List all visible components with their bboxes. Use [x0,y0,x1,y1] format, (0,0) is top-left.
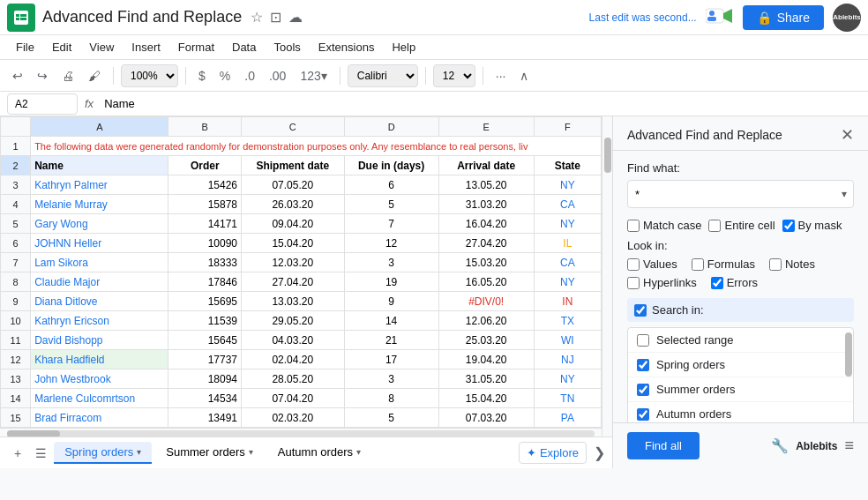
errors-checkbox[interactable]: Errors [711,276,758,289]
cell-state[interactable]: NJ [534,350,601,369]
cell-state[interactable]: IN [534,292,601,311]
tab-autumn-orders-arrow[interactable]: ▾ [356,447,361,457]
find-what-input[interactable] [627,180,854,208]
cell-due[interactable]: 9 [344,292,438,311]
row-num[interactable]: 1 [1,137,31,156]
more-button[interactable]: ··· [490,65,512,86]
spring-orders-checkbox[interactable] [637,359,649,371]
row-num[interactable]: 8 [1,272,31,292]
cell-due[interactable]: 12 [344,234,438,253]
row-num[interactable]: 14 [1,389,31,408]
header-shipment[interactable]: Shipment date [242,156,344,175]
redo-button[interactable]: ↪ [32,65,53,86]
find-all-button[interactable]: Find all [627,432,700,459]
vertical-scrollbar[interactable] [602,116,612,437]
collapse-panel-button[interactable]: ❯ [594,444,605,461]
formula-input[interactable] [101,95,861,112]
cell-ship[interactable]: 27.04.20 [242,272,344,292]
cell-order[interactable]: 15695 [168,292,242,311]
notes-input[interactable] [769,258,782,271]
summer-orders-checkbox[interactable] [637,384,649,396]
cell-state[interactable]: NY [534,214,601,234]
cell-state[interactable]: WI [534,331,601,350]
match-case-input[interactable] [627,220,640,232]
col-header-d[interactable]: D [344,117,438,137]
currency-button[interactable]: $ [193,65,211,86]
cell-order[interactable]: 11539 [168,311,242,331]
cell-name[interactable]: Kathryn Ericson [31,311,168,331]
selected-range-checkbox[interactable] [637,334,649,347]
by-mask-input[interactable] [782,220,795,232]
menu-format[interactable]: Format [169,37,223,57]
tab-autumn-orders[interactable]: Autumn orders ▾ [267,442,371,464]
col-header-e[interactable]: E [438,117,534,137]
close-panel-button[interactable]: ✕ [841,127,854,143]
header-state[interactable]: State [534,156,601,175]
row-num[interactable]: 15 [1,408,31,428]
cell-arrival[interactable]: 15.04.20 [438,389,534,408]
autumn-orders-checkbox[interactable] [637,408,649,421]
undo-button[interactable]: ↩ [7,65,28,86]
search-in-selected-range[interactable]: Selected range [628,328,853,353]
cell-order[interactable]: 15878 [168,195,242,214]
search-in-main-checkbox[interactable] [634,304,647,317]
cell-name[interactable]: Kathryn Palmer [31,175,168,195]
menu-view[interactable]: View [80,37,123,57]
cell-state[interactable]: CA [534,195,601,214]
cell-arrival[interactable]: #DIV/0! [438,292,534,311]
cell-reference-input[interactable] [7,93,78,115]
header-order[interactable]: Order [168,156,242,175]
cell-due[interactable]: 3 [344,253,438,272]
cell-order[interactable]: 18094 [168,369,242,389]
panel-menu-icon[interactable]: ≡ [844,437,854,455]
menu-tools[interactable]: Tools [265,37,309,57]
col-header-c[interactable]: C [242,117,344,137]
cell-ship[interactable]: 13.03.20 [242,292,344,311]
cell-due[interactable]: 14 [344,311,438,331]
row-num[interactable]: 5 [1,214,31,234]
cell-order[interactable]: 14534 [168,389,242,408]
cell-order[interactable]: 15426 [168,175,242,195]
cell-arrival[interactable]: 19.04.20 [438,350,534,369]
cell-due[interactable]: 3 [344,369,438,389]
cell-name[interactable]: Claudie Major [31,272,168,292]
hyperlinks-input[interactable] [627,277,640,289]
menu-edit[interactable]: Edit [43,37,80,57]
collapse-toolbar-button[interactable]: ∧ [514,65,534,86]
cell-due[interactable]: 5 [344,195,438,214]
menu-data[interactable]: Data [223,37,265,57]
cell-due[interactable]: 17 [344,350,438,369]
notes-checkbox[interactable]: Notes [769,257,815,271]
search-in-summer-orders[interactable]: Summer orders [628,377,853,402]
cell-ship[interactable]: 02.04.20 [242,350,344,369]
cell-order[interactable]: 17846 [168,272,242,292]
zoom-select[interactable]: 100% [121,64,178,87]
percent-button[interactable]: % [214,65,236,86]
cell-order[interactable]: 14171 [168,214,242,234]
row-num[interactable]: 12 [1,350,31,369]
format-123-button[interactable]: 123▾ [295,65,332,86]
tab-spring-orders-arrow[interactable]: ▾ [137,447,141,457]
star-icon[interactable]: ☆ [251,9,263,26]
cell-state[interactable]: TN [534,389,601,408]
cell-state[interactable]: PA [534,408,601,428]
row-num[interactable]: 6 [1,234,31,253]
cell-due[interactable]: 7 [344,214,438,234]
cell-arrival[interactable]: 27.04.20 [438,234,534,253]
cell-order[interactable]: 18333 [168,253,242,272]
cell-name[interactable]: Gary Wong [31,214,168,234]
tab-summer-orders-arrow[interactable]: ▾ [249,447,253,457]
cell-arrival[interactable]: 31.03.20 [438,195,534,214]
values-checkbox[interactable]: Values [627,257,677,271]
cell-ship[interactable]: 09.04.20 [242,214,344,234]
match-case-checkbox[interactable]: Match case [627,219,701,232]
errors-input[interactable] [711,277,723,289]
values-input[interactable] [627,258,640,271]
cell-due[interactable]: 5 [344,408,438,428]
row-num[interactable]: 9 [1,292,31,311]
cell-state[interactable]: NY [534,369,601,389]
cell-name[interactable]: JOHNN Heller [31,234,168,253]
menu-extensions[interactable]: Extensions [310,37,384,57]
col-header-f[interactable]: F [534,117,601,137]
cell-name[interactable]: Khara Hadfield [31,350,168,369]
